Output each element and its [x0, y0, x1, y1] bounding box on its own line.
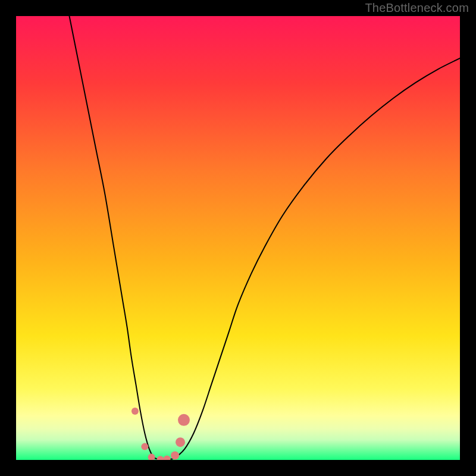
data-marker [141, 443, 148, 450]
data-marker [131, 408, 139, 415]
chart-container: TheBottleneck.com [0, 0, 476, 476]
chart-svg [16, 16, 460, 460]
data-marker [171, 452, 179, 460]
watermark-label: TheBottleneck.com [365, 1, 469, 15]
plot-area [16, 16, 460, 460]
data-marker [178, 414, 190, 426]
data-marker [176, 437, 185, 447]
